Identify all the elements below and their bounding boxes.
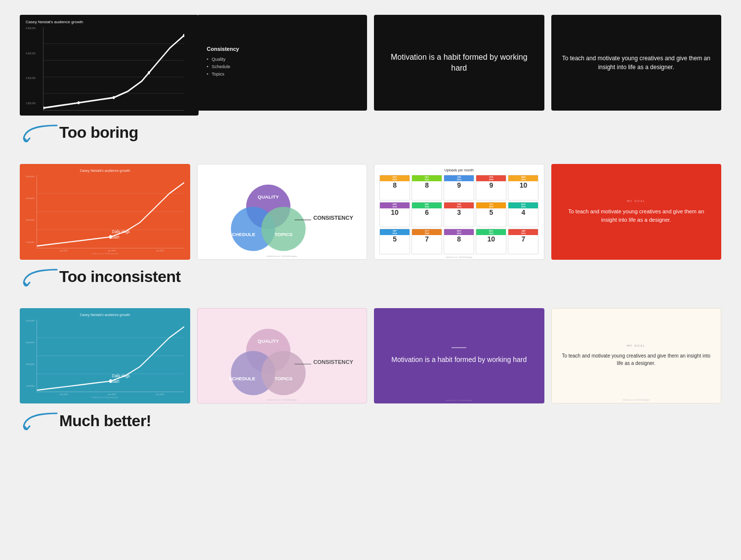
svg-point-6 <box>113 96 115 99</box>
svg-text:QUALITY: QUALITY <box>257 338 279 344</box>
slide-2-3: Uploads per month NOV2013 8 DEC2013 8 JA… <box>374 164 544 260</box>
svg-text:TOPICS: TOPICS <box>274 375 292 381</box>
cal-feb2014: FEB2014 9 <box>476 175 506 200</box>
watermark-purple: chartbrerie.com • @chartsforpages <box>446 400 472 401</box>
slide-2-2: QUALITY SCHEDULE TOPICS CONSISTENCY char… <box>197 164 368 260</box>
svg-point-5 <box>78 101 80 104</box>
venn-diagram-3: QUALITY SCHEDULE TOPICS CONSISTENCY <box>206 316 358 396</box>
label-row-3: Much better! <box>20 408 721 433</box>
svg-point-4 <box>43 106 44 109</box>
svg-text:QUALITY: QUALITY <box>257 194 279 200</box>
slide-1-4: To teach and motivate young creatives an… <box>551 15 722 111</box>
svg-point-17 <box>261 207 306 251</box>
svg-text:start: start <box>112 378 120 384</box>
calendar-title: Uploads per month <box>379 168 539 172</box>
row-label-1: Too boring <box>59 123 138 142</box>
svg-text:Daily vlogs: Daily vlogs <box>112 229 130 234</box>
goal-label-3: MY GOAL <box>627 344 646 347</box>
venn-diagram-2: QUALITY SCHEDULE TOPICS CONSISTENCY <box>206 171 358 252</box>
purple-line <box>452 347 466 348</box>
cal-nov2014: NOV2014 8 <box>444 229 474 254</box>
cal-jun2014: JUN2014 3 <box>444 202 474 228</box>
slide-1-1: Casey Neistat's audience growth 4,000,00… <box>20 15 190 116</box>
arrow-2 <box>20 265 59 289</box>
svg-text:start: start <box>112 234 120 240</box>
slide-3-2: QUALITY SCHEDULE TOPICS CONSISTENCY char… <box>197 308 368 404</box>
goal-text-2: To teach and motivate young creatives an… <box>561 207 712 224</box>
cal-jul2014: JUL2014 5 <box>476 202 506 228</box>
y-axis: 4,000,000 3,000,000 2,000,000 1,000,000 <box>26 27 36 105</box>
slide-2-1: Casey Neistat's audience growth 4,000,00… <box>20 164 190 260</box>
arrow-3 <box>20 408 59 433</box>
row-1: Casey Neistat's audience growth 4,000,00… <box>20 15 721 116</box>
chart-svg-2: Daily vlogs start <box>37 175 184 248</box>
svg-text:SCHEDULE: SCHEDULE <box>229 375 255 381</box>
svg-text:Daily vlogs: Daily vlogs <box>112 373 130 378</box>
row-label-3: Much better! <box>59 412 151 430</box>
cal-aug2014: AUG2014 4 <box>508 202 538 228</box>
cal-sep2014: SEP2014 5 <box>379 229 410 254</box>
cal-dec2013: DEC2013 8 <box>412 175 442 200</box>
arrow-1 <box>20 120 59 145</box>
watermark-cream: chartbrerie.com • @chartsforpages <box>623 399 650 401</box>
motivation-text-1: Motivation is a habit formed by working … <box>384 52 535 74</box>
bullet-item-1: •Quality <box>207 57 358 62</box>
cal-apr2014: APR2014 10 <box>379 202 410 228</box>
slide-3-1: Casey Neistat's audience growth 4,000,00… <box>20 308 190 404</box>
slide-1-2: Consistency •Quality •Schedule •Topics <box>197 15 368 111</box>
goal-text-1: To teach and motivate young creatives an… <box>561 54 712 72</box>
label-row-2: Too inconsistent <box>20 265 721 289</box>
row-3: Casey Neistat's audience growth 4,000,00… <box>20 308 721 404</box>
slide-1-3: Motivation is a habit formed by working … <box>374 15 544 111</box>
goal-label-2: MY GOAL <box>627 200 646 202</box>
bullet-item-2: •Schedule <box>207 64 358 69</box>
motivation-text-3: Motivation is a habit formed by working … <box>391 355 527 365</box>
cal-may2014: MAY2014 6 <box>412 202 442 228</box>
watermark-2: chartbrerie.com • @chartsforpages <box>267 255 297 257</box>
label-row-1: Too boring <box>20 120 721 145</box>
cal-nov2013: NOV2013 8 <box>379 175 410 200</box>
svg-point-7 <box>148 71 150 74</box>
svg-text:CONSISTENCY: CONSISTENCY <box>313 359 353 365</box>
chart-title-2: Casey Neistat's audience growth <box>26 169 184 172</box>
slide-3-4: MY GOAL To teach and motivate young crea… <box>551 308 722 404</box>
svg-text:SCHEDULE: SCHEDULE <box>229 232 255 237</box>
chart-svg-3: Daily vlogs start <box>37 320 184 392</box>
watermark-3: chartbrerie.com • @chartsforpages <box>267 399 297 401</box>
row-label-2: Too inconsistent <box>59 268 181 286</box>
bullet-item-3: •Topics <box>207 72 358 77</box>
chart-title-1: Casey Neistat's audience growth <box>26 20 184 24</box>
cal-jan2015: JAN2015 7 <box>508 229 538 254</box>
svg-text:CONSISTENCY: CONSISTENCY <box>313 215 353 221</box>
cal-oct2014: OCT2014 7 <box>412 229 442 254</box>
chart-title-3: Casey Neistat's audience growth <box>26 313 184 317</box>
slide-2-4: MY GOAL To teach and motivate young crea… <box>551 164 722 260</box>
bullet-title: Consistency <box>207 46 358 52</box>
calendar-watermark: chartbrerie.com • @chartsforpages <box>379 256 539 258</box>
cal-jan2014: JAN2014 9 <box>444 175 474 200</box>
slide-3-3: Motivation is a habit formed by working … <box>374 308 544 404</box>
row-2: Casey Neistat's audience growth 4,000,00… <box>20 164 721 260</box>
chart-svg-1 <box>43 27 184 110</box>
svg-text:TOPICS: TOPICS <box>274 232 292 237</box>
goal-text-3: To teach and motivate young creatives an… <box>562 352 711 367</box>
calendar-grid: NOV2013 8 DEC2013 8 JAN2014 9 FEB2014 9 <box>379 175 539 254</box>
cal-mar2014: MAR2014 10 <box>508 175 538 200</box>
svg-point-31 <box>261 351 306 396</box>
cal-dec2014: DEC2014 10 <box>476 229 506 254</box>
